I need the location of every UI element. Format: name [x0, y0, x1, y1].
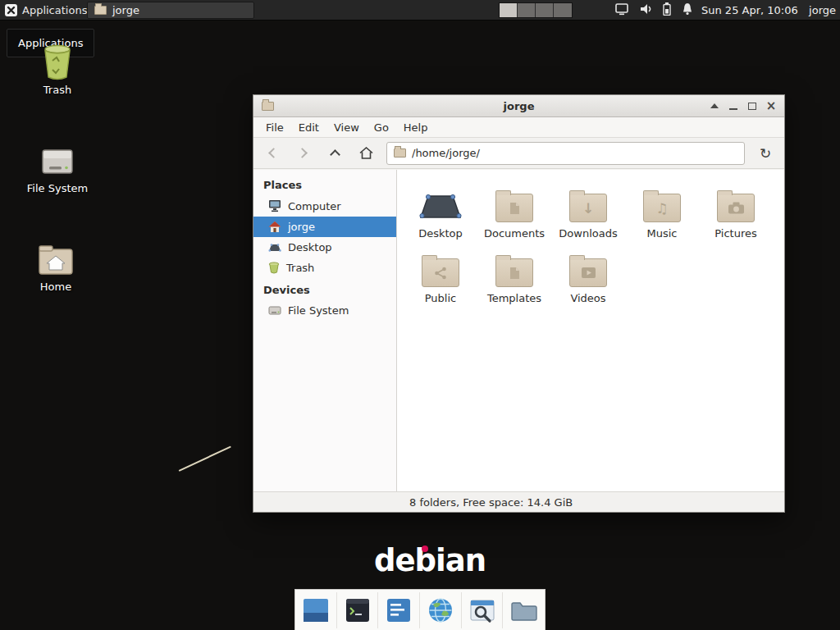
sidebar-item-trash[interactable]: Trash: [253, 258, 396, 278]
panel-username[interactable]: jorge: [809, 0, 836, 21]
toolbar: ↻: [253, 138, 784, 169]
applications-menu-button[interactable]: Applications: [0, 0, 95, 20]
folder-label: Pictures: [699, 227, 773, 240]
list-panel-icon: [385, 596, 413, 624]
folder-item-templates[interactable]: Templates: [477, 248, 551, 304]
debian-logo-text: debian: [374, 543, 486, 578]
folder-icon: [510, 599, 538, 622]
sidebar-item-label: jorge: [288, 221, 315, 233]
folder-label: Videos: [551, 292, 625, 304]
home-button[interactable]: [355, 143, 377, 164]
minimize-button[interactable]: [728, 101, 738, 111]
desktop-thumbnail-icon: [302, 597, 330, 623]
sidebar-item-desktop[interactable]: Desktop: [253, 237, 396, 258]
dock-show-desktop-button[interactable]: [295, 592, 337, 628]
sidebar-item-label: File System: [288, 304, 349, 317]
folder-item-videos[interactable]: Videos: [551, 248, 625, 304]
location-input[interactable]: [412, 147, 737, 159]
folder-item-documents[interactable]: Documents: [477, 183, 551, 240]
up-icon: [330, 149, 340, 160]
sidebar-item-filesystem[interactable]: File System: [253, 300, 396, 321]
drive-icon: [20, 141, 95, 179]
folder-label: Documents: [477, 227, 551, 240]
download-arrow-icon: ↓: [570, 194, 606, 221]
menu-help[interactable]: Help: [396, 119, 436, 136]
sidebar-item-jorge[interactable]: jorge: [253, 217, 396, 237]
globe-icon: [427, 596, 454, 624]
notifications-bell-icon[interactable]: [682, 2, 693, 18]
statusbar: 8 folders, Free space: 14.4 GiB: [253, 491, 784, 512]
close-button[interactable]: ×: [766, 101, 776, 111]
desktop-icon-label: File System: [20, 182, 95, 194]
workspace-1[interactable]: [500, 3, 518, 17]
workspace-3[interactable]: [536, 3, 554, 17]
folder-icon: [94, 6, 107, 15]
file-manager-window: jorge × File Edit View Go Help: [253, 94, 785, 513]
shade-button[interactable]: [710, 101, 719, 111]
folder-icon: [569, 258, 607, 287]
dock-app-finder-button[interactable]: [462, 592, 504, 628]
folder-icon: [495, 194, 533, 222]
folder-item-public[interactable]: Public: [404, 248, 477, 304]
folder-icon: [717, 194, 755, 222]
trash-icon: [268, 262, 280, 274]
drive-icon: [268, 305, 281, 316]
up-button[interactable]: [324, 143, 345, 164]
folder-icon: [495, 258, 533, 287]
sidebar-item-label: Desktop: [288, 241, 332, 253]
computer-icon: [268, 199, 281, 212]
window-title: jorge: [253, 100, 784, 112]
folder-item-music[interactable]: ♫ Music: [625, 183, 699, 240]
reload-button[interactable]: ↻: [755, 143, 776, 164]
folder-icon: [422, 258, 459, 287]
back-icon: [268, 148, 279, 158]
folder-icon: [394, 148, 406, 158]
folder-label: Downloads: [551, 227, 625, 240]
display-settings-tray-icon[interactable]: [615, 3, 628, 18]
menubar: File Edit View Go Help: [253, 117, 784, 138]
menu-file[interactable]: File: [258, 119, 291, 136]
dock-file-manager-button[interactable]: [503, 592, 545, 628]
panel-clock[interactable]: Sun 25 Apr, 10:06: [701, 0, 798, 21]
sidebar: Places Computer jorge Desktop Trash: [253, 170, 397, 491]
dock-terminal-button[interactable]: [337, 592, 379, 628]
folder-label: Public: [404, 292, 477, 304]
taskbar-window-button[interactable]: jorge: [87, 2, 254, 19]
sidebar-item-label: Trash: [286, 262, 314, 274]
folder-item-downloads[interactable]: ↓ Downloads: [551, 183, 625, 240]
forward-button[interactable]: [293, 143, 314, 164]
workspace-switcher[interactable]: [499, 2, 573, 18]
dock-panel-settings-button[interactable]: [378, 592, 420, 628]
folder-label: Desktop: [404, 227, 477, 240]
sidebar-item-computer[interactable]: Computer: [253, 195, 396, 217]
template-watermark-icon: [496, 259, 532, 286]
folder-label: Templates: [477, 292, 551, 304]
menu-edit[interactable]: Edit: [291, 119, 326, 136]
workspace-4[interactable]: [554, 3, 572, 17]
desktop-icon-trash[interactable]: Trash: [20, 43, 95, 96]
folder-label: Music: [625, 227, 699, 240]
debian-swirl-icon: [422, 546, 428, 552]
desktop-icon-home[interactable]: Home: [18, 240, 94, 293]
desktop-surface-icon: [404, 183, 477, 226]
volume-icon[interactable]: [639, 2, 652, 18]
workspace-2[interactable]: [518, 3, 536, 17]
window-body: Places Computer jorge Desktop Trash: [253, 170, 784, 491]
sidebar-item-label: Computer: [288, 200, 341, 212]
menu-go[interactable]: Go: [367, 119, 396, 136]
window-titlebar[interactable]: jorge ×: [253, 95, 784, 117]
back-button[interactable]: [262, 143, 283, 164]
desktop-surface-icon: [268, 242, 281, 253]
statusbar-text: 8 folders, Free space: 14.4 GiB: [409, 496, 573, 509]
reload-icon: ↻: [760, 145, 771, 162]
power-manager-icon[interactable]: [663, 2, 671, 18]
top-panel: Applications jorge: [0, 0, 840, 21]
menu-view[interactable]: View: [326, 119, 367, 136]
dock-web-browser-button[interactable]: [420, 592, 462, 628]
desktop-icon-filesystem[interactable]: File System: [20, 141, 95, 194]
location-bar[interactable]: [386, 142, 745, 165]
folder-item-desktop[interactable]: Desktop: [404, 183, 477, 240]
desktop-screen: Applications jorge: [0, 0, 840, 630]
folder-item-pictures[interactable]: Pictures: [699, 183, 773, 240]
maximize-button[interactable]: [747, 101, 757, 111]
